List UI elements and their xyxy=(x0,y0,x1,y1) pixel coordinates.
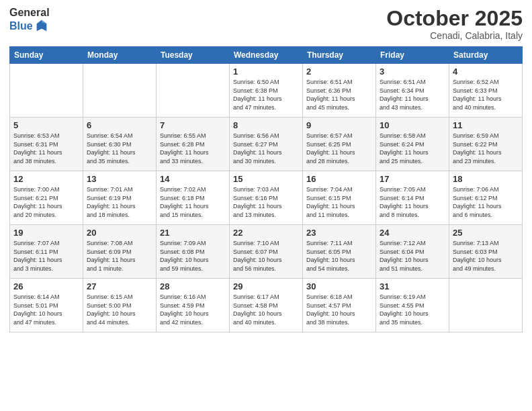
day-number: 23 xyxy=(306,228,372,238)
day-number: 26 xyxy=(13,281,79,291)
header-day-tuesday: Tuesday xyxy=(157,47,230,64)
header-day-saturday: Saturday xyxy=(449,47,523,64)
day-number: 3 xyxy=(380,66,445,77)
day-number: 4 xyxy=(453,66,519,77)
day-number: 20 xyxy=(87,228,152,238)
page-container: General Blue October 2025 Cenadi, Calabr… xyxy=(0,0,532,339)
calendar-cell: 29Sunrise: 6:17 AM Sunset: 4:58 PM Dayli… xyxy=(230,279,303,332)
day-number: 13 xyxy=(87,174,152,184)
day-number: 19 xyxy=(13,228,79,238)
day-number: 1 xyxy=(233,66,299,77)
title-block: October 2025 Cenadi, Calabria, Italy xyxy=(386,7,523,41)
day-info: Sunrise: 6:15 AM Sunset: 5:00 PM Dayligh… xyxy=(87,293,152,326)
day-info: Sunrise: 7:06 AM Sunset: 6:12 PM Dayligh… xyxy=(453,185,519,219)
week-row-2: 12Sunrise: 7:00 AM Sunset: 6:21 PM Dayli… xyxy=(10,171,523,225)
calendar-cell: 21Sunrise: 7:09 AM Sunset: 6:08 PM Dayli… xyxy=(157,225,230,279)
week-row-1: 5Sunrise: 6:53 AM Sunset: 6:31 PM Daylig… xyxy=(10,118,523,171)
day-info: Sunrise: 6:57 AM Sunset: 6:25 PM Dayligh… xyxy=(306,132,372,165)
calendar-cell: 18Sunrise: 7:06 AM Sunset: 6:12 PM Dayli… xyxy=(449,171,523,225)
header-row: SundayMondayTuesdayWednesdayThursdayFrid… xyxy=(10,47,523,64)
day-info: Sunrise: 7:10 AM Sunset: 6:07 PM Dayligh… xyxy=(233,239,299,273)
calendar-cell: 6Sunrise: 6:54 AM Sunset: 6:30 PM Daylig… xyxy=(83,118,157,171)
header: General Blue October 2025 Cenadi, Calabr… xyxy=(9,7,523,41)
header-day-friday: Friday xyxy=(376,47,449,64)
calendar-cell: 1Sunrise: 6:50 AM Sunset: 6:38 PM Daylig… xyxy=(230,64,303,118)
day-info: Sunrise: 6:58 AM Sunset: 6:24 PM Dayligh… xyxy=(380,132,445,165)
day-number: 27 xyxy=(87,281,152,291)
subtitle: Cenadi, Calabria, Italy xyxy=(386,30,523,41)
calendar-cell: 25Sunrise: 7:13 AM Sunset: 6:03 PM Dayli… xyxy=(449,225,523,279)
calendar-cell: 17Sunrise: 7:05 AM Sunset: 6:14 PM Dayli… xyxy=(376,171,449,225)
day-info: Sunrise: 7:03 AM Sunset: 6:16 PM Dayligh… xyxy=(233,185,299,219)
logo-icon xyxy=(34,19,49,34)
day-number: 15 xyxy=(233,174,299,184)
day-number: 10 xyxy=(380,120,445,130)
calendar-cell: 13Sunrise: 7:01 AM Sunset: 6:19 PM Dayli… xyxy=(83,171,157,225)
calendar-cell: 10Sunrise: 6:58 AM Sunset: 6:24 PM Dayli… xyxy=(376,118,449,171)
day-number: 22 xyxy=(233,228,299,238)
logo: General Blue xyxy=(9,7,50,34)
day-info: Sunrise: 7:12 AM Sunset: 6:04 PM Dayligh… xyxy=(380,239,445,273)
calendar-cell: 5Sunrise: 6:53 AM Sunset: 6:31 PM Daylig… xyxy=(10,118,83,171)
day-number: 12 xyxy=(13,174,79,184)
day-info: Sunrise: 6:50 AM Sunset: 6:38 PM Dayligh… xyxy=(233,78,299,111)
calendar-cell: 2Sunrise: 6:51 AM Sunset: 6:36 PM Daylig… xyxy=(303,64,376,118)
logo-blue: Blue xyxy=(9,20,33,32)
calendar-cell: 31Sunrise: 6:19 AM Sunset: 4:55 PM Dayli… xyxy=(376,279,449,332)
calendar-cell: 3Sunrise: 6:51 AM Sunset: 6:34 PM Daylig… xyxy=(376,64,449,118)
day-info: Sunrise: 6:55 AM Sunset: 6:28 PM Dayligh… xyxy=(160,132,226,165)
calendar-cell: 11Sunrise: 6:59 AM Sunset: 6:22 PM Dayli… xyxy=(449,118,523,171)
calendar-cell: 26Sunrise: 6:14 AM Sunset: 5:01 PM Dayli… xyxy=(10,279,83,332)
day-info: Sunrise: 6:14 AM Sunset: 5:01 PM Dayligh… xyxy=(13,293,79,326)
day-info: Sunrise: 7:00 AM Sunset: 6:21 PM Dayligh… xyxy=(13,185,79,219)
calendar-cell: 12Sunrise: 7:00 AM Sunset: 6:21 PM Dayli… xyxy=(10,171,83,225)
calendar-cell: 30Sunrise: 6:18 AM Sunset: 4:57 PM Dayli… xyxy=(303,279,376,332)
day-info: Sunrise: 7:02 AM Sunset: 6:18 PM Dayligh… xyxy=(160,185,226,219)
day-number: 14 xyxy=(160,174,226,184)
calendar-cell: 4Sunrise: 6:52 AM Sunset: 6:33 PM Daylig… xyxy=(449,64,523,118)
day-info: Sunrise: 7:01 AM Sunset: 6:19 PM Dayligh… xyxy=(87,185,152,219)
calendar-cell: 22Sunrise: 7:10 AM Sunset: 6:07 PM Dayli… xyxy=(230,225,303,279)
day-number: 25 xyxy=(453,228,519,238)
header-day-thursday: Thursday xyxy=(303,47,376,64)
calendar-cell: 19Sunrise: 7:07 AM Sunset: 6:11 PM Dayli… xyxy=(10,225,83,279)
day-number: 8 xyxy=(233,120,299,130)
calendar-cell: 28Sunrise: 6:16 AM Sunset: 4:59 PM Dayli… xyxy=(157,279,230,332)
calendar-table: SundayMondayTuesdayWednesdayThursdayFrid… xyxy=(9,46,523,332)
month-title: October 2025 xyxy=(386,7,523,30)
day-number: 18 xyxy=(453,174,519,184)
calendar-cell: 15Sunrise: 7:03 AM Sunset: 6:16 PM Dayli… xyxy=(230,171,303,225)
day-info: Sunrise: 7:09 AM Sunset: 6:08 PM Dayligh… xyxy=(160,239,226,273)
day-number: 30 xyxy=(306,281,372,291)
day-number: 29 xyxy=(233,281,299,291)
calendar-cell xyxy=(449,279,523,332)
day-info: Sunrise: 7:08 AM Sunset: 6:09 PM Dayligh… xyxy=(87,239,152,273)
day-info: Sunrise: 6:17 AM Sunset: 4:58 PM Dayligh… xyxy=(233,293,299,326)
day-number: 16 xyxy=(306,174,372,184)
calendar-cell: 27Sunrise: 6:15 AM Sunset: 5:00 PM Dayli… xyxy=(83,279,157,332)
day-number: 31 xyxy=(380,281,445,291)
calendar-cell xyxy=(83,64,157,118)
header-day-monday: Monday xyxy=(83,47,157,64)
day-number: 6 xyxy=(87,120,152,130)
logo-general: General xyxy=(9,7,50,19)
day-info: Sunrise: 6:18 AM Sunset: 4:57 PM Dayligh… xyxy=(306,293,372,326)
day-number: 28 xyxy=(160,281,226,291)
calendar-cell xyxy=(157,64,230,118)
day-info: Sunrise: 7:05 AM Sunset: 6:14 PM Dayligh… xyxy=(380,185,445,219)
day-info: Sunrise: 6:52 AM Sunset: 6:33 PM Dayligh… xyxy=(453,78,519,111)
day-info: Sunrise: 7:13 AM Sunset: 6:03 PM Dayligh… xyxy=(453,239,519,273)
day-number: 21 xyxy=(160,228,226,238)
calendar-cell: 24Sunrise: 7:12 AM Sunset: 6:04 PM Dayli… xyxy=(376,225,449,279)
day-info: Sunrise: 7:11 AM Sunset: 6:05 PM Dayligh… xyxy=(306,239,372,273)
week-row-0: 1Sunrise: 6:50 AM Sunset: 6:38 PM Daylig… xyxy=(10,64,523,118)
calendar-cell: 7Sunrise: 6:55 AM Sunset: 6:28 PM Daylig… xyxy=(157,118,230,171)
day-info: Sunrise: 7:04 AM Sunset: 6:15 PM Dayligh… xyxy=(306,185,372,219)
week-row-4: 26Sunrise: 6:14 AM Sunset: 5:01 PM Dayli… xyxy=(10,279,523,332)
day-info: Sunrise: 6:19 AM Sunset: 4:55 PM Dayligh… xyxy=(380,293,445,326)
day-info: Sunrise: 6:51 AM Sunset: 6:36 PM Dayligh… xyxy=(306,78,372,111)
day-number: 5 xyxy=(13,120,79,130)
day-info: Sunrise: 6:56 AM Sunset: 6:27 PM Dayligh… xyxy=(233,132,299,165)
day-info: Sunrise: 6:53 AM Sunset: 6:31 PM Dayligh… xyxy=(13,132,79,165)
day-number: 11 xyxy=(453,120,519,130)
